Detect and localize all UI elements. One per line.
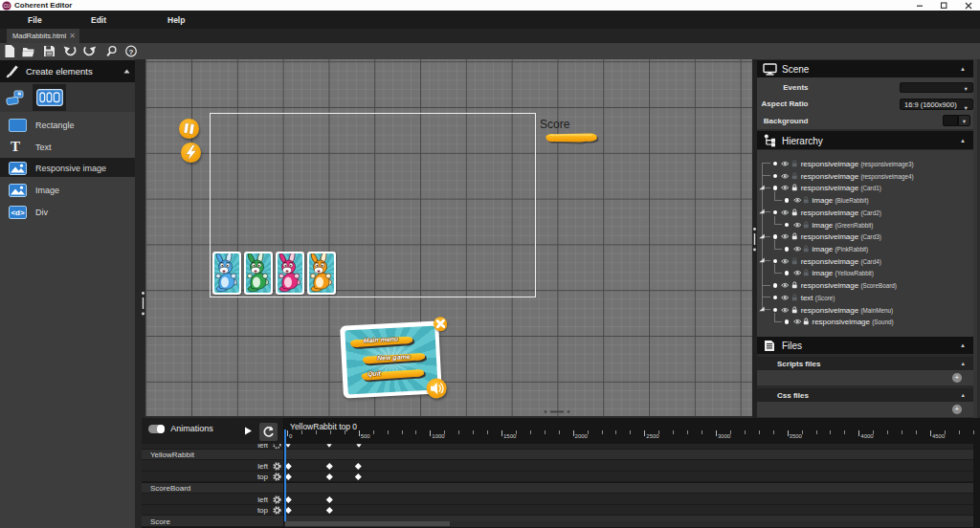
svg-text:CU: CU	[4, 4, 11, 9]
svg-text:?: ?	[129, 48, 134, 56]
svg-text:<d>: <d>	[11, 209, 25, 217]
